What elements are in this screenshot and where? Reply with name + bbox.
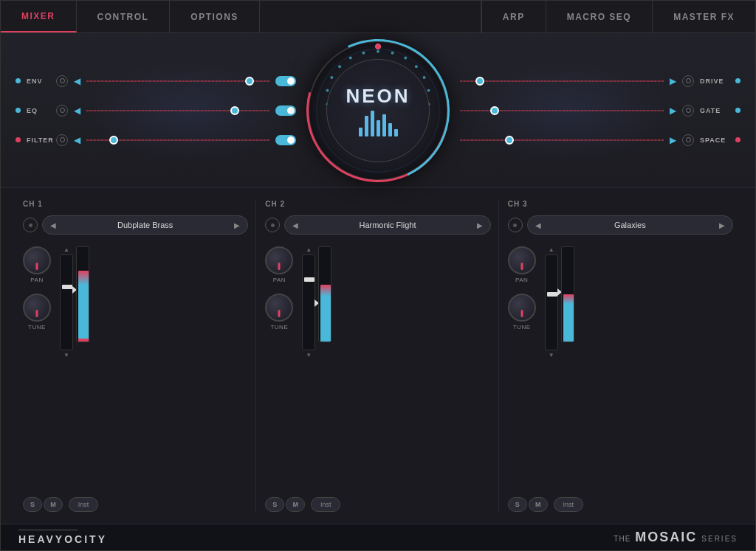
ch2-fader-handle[interactable] bbox=[304, 277, 315, 282]
ch1-arrow-left[interactable]: ◀ bbox=[50, 221, 56, 229]
drive-row: ▶ DRIVE bbox=[460, 71, 740, 91]
gate-dot bbox=[735, 108, 740, 113]
svg-point-19 bbox=[330, 76, 333, 79]
gate-slider-track[interactable] bbox=[460, 110, 664, 111]
svg-point-3 bbox=[404, 56, 407, 59]
eq-slider-track[interactable] bbox=[86, 110, 269, 111]
sliders-left: ENV ◀ EQ ◀ F bbox=[16, 71, 296, 150]
ch3-fader-up[interactable]: ▲ bbox=[549, 246, 554, 253]
nav-arp[interactable]: ARP bbox=[481, 1, 546, 32]
gate-arrow-right[interactable]: ▶ bbox=[670, 105, 676, 116]
nav-master-fx[interactable]: MASTER FX bbox=[652, 1, 755, 32]
ch3-mute-btn[interactable]: M bbox=[529, 497, 548, 512]
env-toggle[interactable] bbox=[275, 76, 296, 86]
ch1-fader-up[interactable]: ▲ bbox=[63, 246, 69, 253]
space-slider-track[interactable] bbox=[460, 139, 664, 141]
space-power-btn[interactable] bbox=[682, 134, 694, 146]
ch1-fader-down[interactable]: ▼ bbox=[63, 352, 69, 358]
ch3-fader-handle[interactable] bbox=[547, 292, 557, 297]
filter-power-btn[interactable] bbox=[56, 134, 68, 146]
ch3-power-dot bbox=[513, 223, 517, 227]
ch1-solo-btn[interactable]: S bbox=[23, 497, 42, 512]
nav-mixer[interactable]: MIXER bbox=[1, 1, 77, 32]
ch3-fader-down[interactable]: ▼ bbox=[549, 352, 554, 358]
ch1-tune-wrap: TUNE bbox=[23, 294, 51, 330]
ch3-solo-btn[interactable]: S bbox=[508, 497, 527, 512]
ch1-fader-handle[interactable] bbox=[62, 285, 72, 289]
ch1-tune-knob[interactable] bbox=[23, 294, 51, 322]
env-power-btn[interactable] bbox=[56, 75, 68, 87]
eq-arrow-left[interactable]: ◀ bbox=[74, 105, 80, 116]
env-arrow-left[interactable]: ◀ bbox=[74, 76, 80, 86]
top-nav: MIXER CONTROL OPTIONS ARP MACRO SEQ MAST… bbox=[1, 1, 755, 33]
gate-power-btn[interactable] bbox=[682, 105, 694, 117]
wave-bar-5 bbox=[382, 114, 386, 136]
ch2-solo-btn[interactable]: S bbox=[265, 497, 284, 512]
ch2-top: ◀ Harmonic Flight ▶ bbox=[265, 215, 490, 235]
ch3-pan-wrap: PAN bbox=[508, 246, 536, 283]
ch1-arrow-right[interactable]: ▶ bbox=[234, 221, 240, 229]
svg-point-5 bbox=[423, 76, 426, 79]
ch2-mute-btn[interactable]: M bbox=[286, 497, 305, 512]
brand-line bbox=[18, 530, 78, 530]
ch3-pan-label: PAN bbox=[515, 277, 528, 283]
ch2-pan-knob[interactable] bbox=[265, 246, 293, 274]
ch1-pan-knob[interactable] bbox=[23, 246, 51, 274]
ch3-tune-knob[interactable] bbox=[508, 294, 536, 322]
ch2-fader-up[interactable]: ▲ bbox=[306, 246, 312, 253]
nav-macro-seq[interactable]: MACRO SEQ bbox=[546, 1, 653, 32]
drive-slider-thumb[interactable] bbox=[475, 77, 484, 86]
space-slider-thumb[interactable] bbox=[505, 136, 514, 145]
ch2-preset-selector[interactable]: ◀ Harmonic Flight ▶ bbox=[284, 215, 490, 235]
ch1-power-btn[interactable] bbox=[23, 218, 38, 232]
ch2-fader-wrap: ▲ ▼ bbox=[302, 246, 315, 358]
drive-power-btn[interactable] bbox=[682, 75, 694, 87]
ch3-fader-section: ▲ ▼ bbox=[545, 246, 574, 358]
ch3-arrow-left[interactable]: ◀ bbox=[535, 221, 541, 229]
eq-toggle[interactable] bbox=[275, 105, 296, 116]
filter-toggle[interactable] bbox=[275, 135, 296, 145]
ch3-arrow-right[interactable]: ▶ bbox=[719, 221, 725, 229]
ch3-power-btn[interactable] bbox=[508, 218, 523, 232]
ch3-inst-btn[interactable]: Inst bbox=[554, 497, 583, 512]
ch3-fader-track[interactable] bbox=[545, 254, 558, 350]
ch1-knob-section: PAN TUNE bbox=[23, 246, 51, 330]
ch2-fader-track[interactable] bbox=[302, 254, 315, 350]
nav-control[interactable]: CONTROL bbox=[77, 1, 171, 32]
ch3-preset-selector[interactable]: ◀ Galaxies ▶ bbox=[527, 215, 733, 235]
brand-right: THE MOSAIC SERIES bbox=[614, 530, 738, 545]
brand-mosaic: MOSAIC bbox=[635, 530, 697, 545]
env-slider-track[interactable] bbox=[86, 80, 269, 82]
nav-options[interactable]: OPTIONS bbox=[170, 1, 260, 32]
ch3-pan-knob[interactable] bbox=[508, 246, 536, 274]
space-row: ▶ SPACE bbox=[460, 130, 740, 150]
ch1-top: ◀ Dubplate Brass ▶ bbox=[23, 215, 248, 235]
ch2-power-btn[interactable] bbox=[265, 218, 280, 232]
eq-power-btn[interactable] bbox=[56, 105, 68, 117]
mixer-section: ENV ◀ EQ ◀ F bbox=[1, 33, 755, 188]
gate-slider-thumb[interactable] bbox=[490, 106, 499, 115]
drive-slider-track[interactable] bbox=[460, 80, 664, 82]
filter-slider-track[interactable] bbox=[86, 139, 269, 141]
ch2-arrow-right[interactable]: ▶ bbox=[477, 221, 483, 229]
ch2-tune-knob[interactable] bbox=[265, 294, 293, 322]
wave-bar-6 bbox=[388, 123, 392, 136]
ch2-inst-btn[interactable]: Inst bbox=[311, 497, 340, 512]
drive-arrow-right[interactable]: ▶ bbox=[670, 76, 676, 86]
ch2-arrow-left[interactable]: ◀ bbox=[292, 221, 298, 229]
ch1-mute-btn[interactable]: M bbox=[44, 497, 63, 512]
eq-slider-thumb[interactable] bbox=[230, 106, 239, 115]
ch3-controls: PAN TUNE ▲ ▼ bbox=[508, 246, 733, 490]
ch3-header: CH 3 bbox=[508, 200, 733, 208]
ch1-preset-selector[interactable]: ◀ Dubplate Brass ▶ bbox=[42, 215, 248, 235]
ch1-inst-btn[interactable]: Inst bbox=[69, 497, 98, 512]
space-dot bbox=[735, 137, 740, 142]
filter-arrow-left[interactable]: ◀ bbox=[74, 135, 80, 145]
svg-point-20 bbox=[338, 65, 341, 68]
env-slider-thumb[interactable] bbox=[245, 77, 254, 86]
ch2-pan-label: PAN bbox=[273, 277, 286, 283]
ch1-fader-track[interactable] bbox=[60, 254, 73, 350]
space-arrow-right[interactable]: ▶ bbox=[670, 135, 676, 145]
filter-slider-thumb[interactable] bbox=[109, 136, 118, 145]
ch2-fader-down[interactable]: ▼ bbox=[306, 352, 312, 358]
